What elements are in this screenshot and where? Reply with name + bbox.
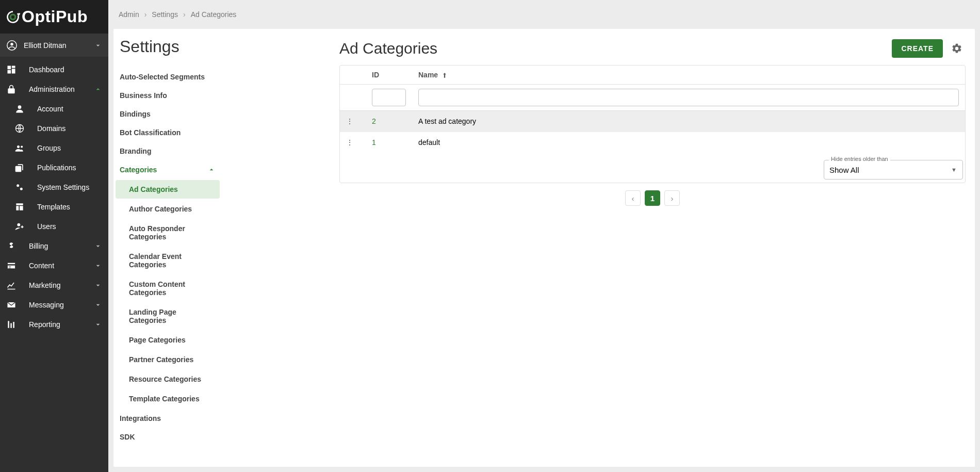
table-row: ⋮1default [340, 132, 965, 153]
settings-nav-integrations[interactable]: Integrations [113, 409, 222, 428]
sidebar-item-label: Users [37, 222, 102, 231]
sidebar-item-groups[interactable]: Groups [0, 138, 108, 158]
page-1-button[interactable]: 1 [645, 190, 660, 206]
brand: OptiPub [0, 0, 108, 34]
svg-point-5 [17, 145, 20, 148]
table-settings-button[interactable] [948, 40, 966, 57]
settings-subnav-page-categories[interactable]: Page Categories [116, 331, 220, 349]
sidebar-item-label: Reporting [29, 320, 93, 329]
people-icon [6, 143, 37, 153]
chevron-up-icon [93, 85, 102, 93]
settings-nav-label: Branding [120, 147, 151, 155]
cogs-icon [6, 182, 37, 192]
settings-subnav-resource-categories[interactable]: Resource Categories [116, 370, 220, 388]
mail-icon [6, 300, 29, 310]
settings-subnav-custom-content-categories[interactable]: Custom Content Categories [116, 275, 220, 302]
chevron-right-icon: › [144, 10, 147, 19]
breadcrumb-item[interactable]: Settings [152, 10, 178, 19]
person-circle-icon [6, 40, 24, 51]
settings-nav-label: Categories [120, 166, 157, 174]
settings-nav-categories[interactable]: Categories [113, 160, 222, 179]
svg-point-6 [21, 145, 23, 148]
settings-nav-label: Business Info [120, 91, 167, 100]
page-prev-button[interactable]: ‹ [625, 190, 641, 206]
page-title: Settings [113, 29, 330, 64]
settings-nav-label: Bindings [120, 110, 151, 118]
settings-subnav-landing-page-categories[interactable]: Landing Page Categories [116, 303, 220, 330]
kebab-icon: ⋮ [346, 117, 353, 125]
user-dropdown[interactable]: Elliott Ditman [0, 34, 108, 57]
settings-nav-branding[interactable]: Branding [113, 142, 222, 160]
breadcrumb-item: Ad Categories [191, 10, 237, 19]
data-table: ID Name ⋮2A test ad cate [340, 66, 965, 153]
row-name-cell: A test ad category [412, 111, 965, 132]
settings-nav-auto-selected-segments[interactable]: Auto-Selected Segments [113, 68, 222, 86]
gear-icon [951, 43, 962, 54]
sidebar-item-label: Administration [29, 85, 93, 93]
sidebar-item-system-settings[interactable]: System Settings [0, 177, 108, 197]
svg-point-7 [17, 184, 19, 187]
trend-icon [6, 280, 29, 290]
chevron-down-icon [93, 301, 102, 309]
dashboard-icon [6, 64, 29, 75]
chevron-down-icon [93, 242, 102, 250]
filter-id-input[interactable] [372, 89, 406, 106]
sidebar-item-billing[interactable]: Billing [0, 236, 108, 256]
row-menu-button[interactable]: ⋮ [340, 111, 366, 132]
settings-subnav-calendar-event-categories[interactable]: Calendar Event Categories [116, 247, 220, 274]
settings-subnav-partner-categories[interactable]: Partner Categories [116, 350, 220, 369]
sidebar-item-users[interactable]: Users [0, 217, 108, 236]
chevron-down-icon [93, 41, 102, 50]
sidebar-item-domains[interactable]: Domains [0, 119, 108, 138]
settings-nav-bindings[interactable]: Bindings [113, 105, 222, 123]
hide-older-select[interactable]: Hide entries older than Show All ▼ [824, 160, 963, 180]
sidebar-item-administration[interactable]: Administration [0, 79, 108, 99]
settings-subnav-auto-responder-categories[interactable]: Auto Responder Categories [116, 219, 220, 246]
sidebar-nav: DashboardAdministrationAccountDomainsGro… [0, 57, 108, 334]
filter-name-input[interactable] [418, 89, 959, 106]
col-id-header[interactable]: ID [366, 66, 412, 85]
kebab-icon: ⋮ [346, 138, 353, 147]
sidebar-item-label: Messaging [29, 301, 93, 309]
page-next-button[interactable]: › [664, 190, 680, 206]
row-menu-button[interactable]: ⋮ [340, 132, 366, 153]
sidebar-item-label: Publications [37, 164, 102, 172]
settings-nav-bot-classification[interactable]: Bot Classification [113, 123, 222, 142]
svg-point-9 [17, 223, 20, 226]
sidebar-item-publications[interactable]: Publications [0, 158, 108, 177]
sidebar-item-messaging[interactable]: Messaging [0, 295, 108, 315]
sidebar-item-account[interactable]: Account [0, 99, 108, 119]
svg-point-3 [18, 105, 22, 109]
settings-nav: Auto-Selected SegmentsBusiness InfoBindi… [113, 64, 222, 446]
row-id-link[interactable]: 2 [372, 117, 376, 125]
panel-title: Ad Categories [339, 40, 892, 57]
settings-nav-business-info[interactable]: Business Info [113, 86, 222, 105]
settings-nav-sdk[interactable]: SDK [113, 428, 222, 446]
create-button[interactable]: CREATE [892, 39, 943, 58]
brand-logo-icon [5, 9, 21, 25]
sidebar-item-label: Billing [29, 242, 93, 250]
settings-subnav-author-categories[interactable]: Author Categories [116, 200, 220, 218]
chevron-right-icon: › [183, 10, 186, 19]
sidebar-item-content[interactable]: Content [0, 256, 108, 275]
user-name: Elliott Ditman [24, 41, 93, 50]
svg-point-8 [20, 188, 23, 190]
bar-icon [6, 319, 29, 330]
svg-point-0 [10, 14, 15, 20]
hide-older-dropdown[interactable]: Show All [824, 160, 963, 180]
sidebar-item-templates[interactable]: Templates [0, 197, 108, 217]
sidebar-item-dashboard[interactable]: Dashboard [0, 60, 108, 79]
chevron-down-icon [93, 320, 102, 329]
sidebar-item-label: Account [37, 105, 102, 113]
breadcrumb-item[interactable]: Admin [119, 10, 139, 19]
row-id-link[interactable]: 1 [372, 138, 376, 147]
col-name-header[interactable]: Name [412, 66, 965, 85]
main-area: Admin›Settings›Ad Categories Settings Au… [108, 0, 980, 472]
sidebar-item-reporting[interactable]: Reporting [0, 315, 108, 334]
settings-subnav-template-categories[interactable]: Template Categories [116, 389, 220, 408]
panel: Ad Categories CREATE ID Name [330, 29, 975, 467]
person-icon [6, 104, 37, 114]
settings-subnav-ad-categories[interactable]: Ad Categories [116, 180, 220, 199]
settings-nav-label: Auto-Selected Segments [120, 73, 205, 81]
sidebar-item-marketing[interactable]: Marketing [0, 275, 108, 295]
